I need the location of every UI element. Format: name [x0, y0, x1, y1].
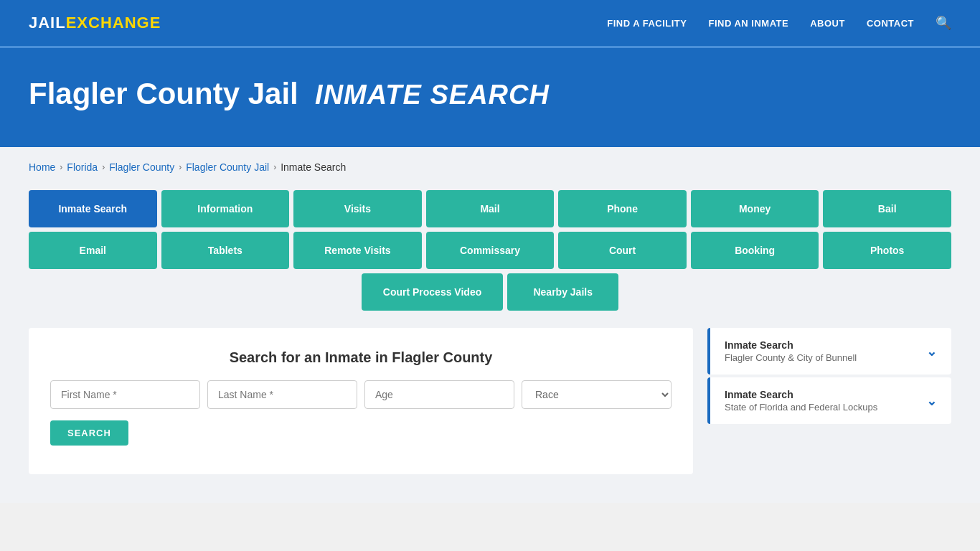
- nav-btn-court-process-video[interactable]: Court Process Video: [362, 273, 503, 311]
- nav-btn-bail[interactable]: Bail: [823, 190, 951, 227]
- nav-btn-tablets[interactable]: Tablets: [161, 232, 290, 269]
- main-nav: FIND A FACILITY FIND AN INMATE ABOUT CON…: [607, 15, 951, 31]
- nav-buttons-row1: Inmate Search Information Visits Mail Ph…: [29, 190, 951, 227]
- nav-buttons-row3: Court Process Video Nearby Jails: [29, 273, 951, 311]
- breadcrumb-sep-3: ›: [179, 162, 182, 172]
- nav-contact[interactable]: CONTACT: [867, 18, 914, 29]
- nav-btn-commissary[interactable]: Commissary: [426, 232, 555, 269]
- chevron-down-icon-2: ⌄: [926, 393, 937, 409]
- sidebar: Inmate Search Flagler County & City of B…: [707, 328, 951, 427]
- nav-btn-visits[interactable]: Visits: [293, 190, 422, 227]
- breadcrumb-home[interactable]: Home: [29, 161, 55, 173]
- nav-about[interactable]: ABOUT: [810, 18, 845, 29]
- nav-buttons-row2: Email Tablets Remote Visits Commissary C…: [29, 232, 951, 269]
- nav-find-facility[interactable]: FIND A FACILITY: [607, 18, 687, 29]
- chevron-down-icon: ⌄: [926, 344, 937, 359]
- logo-exchange: EXCHANGE: [66, 14, 161, 32]
- search-button[interactable]: SEARCH: [50, 420, 128, 446]
- header: JAILEXCHANGE FIND A FACILITY FIND AN INM…: [0, 0, 980, 46]
- nav-btn-booking[interactable]: Booking: [691, 232, 819, 269]
- breadcrumb-sep-4: ›: [273, 162, 276, 172]
- nav-find-inmate[interactable]: FIND AN INMATE: [708, 18, 788, 29]
- breadcrumb: Home › Florida › Flagler County › Flagle…: [29, 161, 951, 173]
- search-card-title: Search for an Inmate in Flagler County: [50, 349, 672, 366]
- content-area: Home › Florida › Flagler County › Flagle…: [0, 147, 980, 503]
- nav-btn-email[interactable]: Email: [29, 232, 157, 269]
- first-name-input[interactable]: [50, 380, 200, 409]
- sidebar-item-florida[interactable]: Inmate Search State of Florida and Feder…: [707, 377, 951, 424]
- nav-btn-photos[interactable]: Photos: [823, 232, 951, 269]
- nav-btn-remote-visits[interactable]: Remote Visits: [293, 232, 422, 269]
- search-card: Search for an Inmate in Flagler County R…: [29, 328, 693, 474]
- sidebar-item-flagler-text: Inmate Search Flagler County & City of B…: [725, 339, 857, 363]
- logo[interactable]: JAILEXCHANGE: [29, 14, 161, 32]
- race-select[interactable]: Race White Black Hispanic Asian Other: [522, 380, 672, 409]
- nav-btn-information[interactable]: Information: [161, 190, 290, 227]
- breadcrumb-sep-2: ›: [102, 162, 105, 172]
- age-input[interactable]: [364, 380, 514, 409]
- hero-title-main: Flagler County Jail: [29, 77, 298, 110]
- nav-btn-money[interactable]: Money: [691, 190, 819, 227]
- nav-btn-phone[interactable]: Phone: [558, 190, 687, 227]
- last-name-input[interactable]: [207, 380, 357, 409]
- nav-btn-mail[interactable]: Mail: [426, 190, 555, 227]
- sidebar-item-florida-subtitle: State of Florida and Federal Lockups: [725, 402, 877, 413]
- breadcrumb-jail[interactable]: Flagler County Jail: [186, 161, 269, 173]
- nav-btn-nearby-jails[interactable]: Nearby Jails: [507, 273, 618, 311]
- sidebar-item-florida-text: Inmate Search State of Florida and Feder…: [725, 389, 877, 413]
- breadcrumb-current: Inmate Search: [281, 161, 346, 173]
- page-title: Flagler County Jail INMATE SEARCH: [29, 77, 951, 111]
- breadcrumb-county[interactable]: Flagler County: [109, 161, 174, 173]
- sidebar-item-flagler-title: Inmate Search: [725, 339, 857, 351]
- sidebar-item-flagler[interactable]: Inmate Search Flagler County & City of B…: [707, 328, 951, 375]
- main-layout: Search for an Inmate in Flagler County R…: [29, 328, 951, 474]
- nav-btn-court[interactable]: Court: [558, 232, 687, 269]
- logo-jail: JAIL: [29, 14, 66, 32]
- hero-title-sub: INMATE SEARCH: [315, 80, 550, 110]
- hero-section: Flagler County Jail INMATE SEARCH: [0, 48, 980, 147]
- header-search-icon[interactable]: 🔍: [936, 15, 951, 31]
- breadcrumb-sep-1: ›: [60, 162, 62, 172]
- sidebar-item-flagler-subtitle: Flagler County & City of Bunnell: [725, 352, 857, 363]
- breadcrumb-florida[interactable]: Florida: [67, 161, 98, 173]
- sidebar-item-florida-title: Inmate Search: [725, 389, 877, 400]
- nav-btn-inmate-search[interactable]: Inmate Search: [29, 190, 157, 227]
- search-fields: Race White Black Hispanic Asian Other: [50, 380, 672, 409]
